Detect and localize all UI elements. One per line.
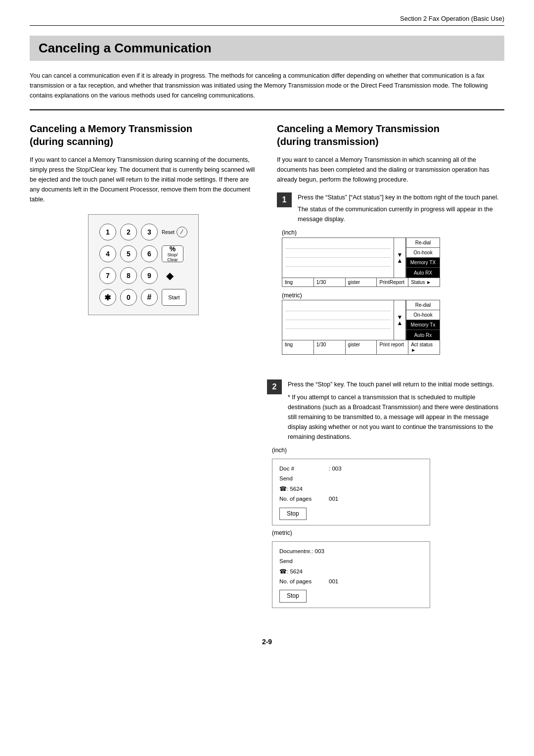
metric-row-4 bbox=[285, 329, 391, 338]
step-1: 1 Press the “Status” [“Act status”] key … bbox=[277, 192, 504, 355]
cell-count-m: 1/30 bbox=[314, 340, 346, 354]
cell-printreport-m[interactable]: Print report bbox=[377, 340, 408, 354]
key-stop-clear: % Stop/Clear bbox=[162, 245, 183, 262]
screen-inch-bottom: ting 1/30 gister PrintReport Status ► bbox=[282, 278, 440, 286]
step-2-note: * If you attempt to cancel a transmissio… bbox=[288, 392, 504, 442]
fax-label-m: ☎: 5624 bbox=[279, 567, 329, 576]
keypad-row-4: ✱ 0 # Start bbox=[99, 289, 187, 306]
metric-label-1: (metric) bbox=[282, 292, 504, 299]
screen-row-1 bbox=[285, 240, 391, 249]
auto-rx-metric-btn[interactable]: Auto Rx bbox=[406, 330, 440, 340]
doc-value: : 003 bbox=[329, 464, 342, 473]
key-2: 2 bbox=[120, 224, 137, 240]
metric-row-2 bbox=[285, 311, 391, 320]
key-hash: # bbox=[141, 289, 158, 306]
doc-label-m: Documentnr.: 003 bbox=[279, 547, 329, 556]
intro-text: You can cancel a communication even if i… bbox=[30, 71, 504, 100]
section-header: Section 2 Fax Operation (Basic Use) bbox=[30, 15, 504, 26]
step-2-number: 2 bbox=[267, 379, 282, 394]
step-2-header: 2 Press the “Stop” key. The touch panel … bbox=[267, 379, 504, 442]
screen-sidebar-metric: Re-dial On-hook Memory Tx Auto Rx bbox=[406, 300, 440, 340]
key-start: Start bbox=[162, 289, 186, 306]
step2-area: 2 Press the “Stop” key. The touch panel … bbox=[30, 379, 504, 618]
pages-label: No. of pages bbox=[279, 494, 329, 503]
right-column: Canceling a Memory Transmission (during … bbox=[277, 122, 504, 365]
step-1-main-text: Press the “Status” [“Act status”] key in… bbox=[298, 192, 504, 202]
page-number: 2-9 bbox=[30, 638, 504, 646]
two-column-layout: Canceling a Memory Transmission (during … bbox=[30, 122, 504, 365]
step2-metric-box: Documentnr.: 003 Send ☎: 5624 No. of pag… bbox=[272, 541, 430, 608]
nav-arrows-inch: ▼ ▲ bbox=[394, 238, 406, 278]
page: Section 2 Fax Operation (Basic Use) Canc… bbox=[0, 0, 534, 756]
step2-inch-label: (inch) bbox=[272, 447, 504, 454]
doc-row: Doc # : 003 bbox=[279, 464, 423, 473]
keypad-diagram: 1 2 3 Reset ∕ 4 5 6 % bbox=[30, 214, 257, 315]
memory-tx-metric-btn[interactable]: Memory Tx bbox=[406, 320, 440, 330]
screen-row-3 bbox=[285, 258, 391, 267]
key-8: 8 bbox=[120, 267, 137, 284]
fax-row: ☎: 5624 bbox=[279, 484, 423, 493]
key-1: 1 bbox=[99, 224, 116, 240]
doc-label: Doc # bbox=[279, 464, 329, 473]
inch-label: (inch) bbox=[282, 229, 504, 236]
right-section-intro: If you want to cancel a Memory Transmiss… bbox=[277, 155, 504, 185]
right-section-title: Canceling a Memory Transmission (during … bbox=[277, 122, 504, 148]
key-9: 9 bbox=[141, 267, 158, 284]
stop-btn-area-m: Stop bbox=[279, 588, 423, 602]
on-hook-btn[interactable]: On-hook bbox=[406, 248, 440, 258]
keypad-row-1: 1 2 3 Reset ∕ bbox=[99, 224, 187, 240]
section-label: Section 2 Fax Operation (Basic Use) bbox=[400, 15, 504, 22]
cell-actstatus-m[interactable]: Act status ► bbox=[408, 340, 440, 354]
step-2-main-text: Press the “Stop” key. The touch panel wi… bbox=[288, 379, 504, 389]
keypad: 1 2 3 Reset ∕ 4 5 6 % bbox=[88, 214, 199, 315]
screen-sidebar-inch: Re-dial On-hook Memory TX Auto RX bbox=[406, 238, 440, 278]
send-label: Send bbox=[279, 474, 329, 483]
re-dial-btn[interactable]: Re-dial bbox=[406, 238, 440, 248]
send-row: Send bbox=[279, 474, 423, 483]
step2-spacer bbox=[30, 379, 267, 618]
cell-printreport[interactable]: PrintReport bbox=[377, 278, 408, 286]
arrow-down-icon: ▲ bbox=[397, 258, 403, 264]
stop-button-metric[interactable]: Stop bbox=[279, 590, 307, 602]
cell-count: 1/30 bbox=[314, 278, 346, 286]
pages-value: 001 bbox=[329, 494, 338, 503]
screen-metric-inner: ▼ ▲ Re-dial On-hook Memory Tx Auto Rx bbox=[282, 300, 440, 340]
step-2: 2 Press the “Stop” key. The touch panel … bbox=[267, 379, 504, 608]
left-section-body: If you want to cancel a Memory Transmiss… bbox=[30, 155, 257, 204]
on-hook-metric-btn[interactable]: On-hook bbox=[406, 310, 440, 320]
nav-arrows-metric: ▼ ▲ bbox=[394, 300, 406, 340]
screen-metric-main bbox=[282, 300, 394, 340]
step-1-number: 1 bbox=[277, 192, 292, 207]
cell-ting: ting bbox=[282, 278, 314, 286]
section-divider bbox=[30, 109, 504, 110]
key-0: 0 bbox=[120, 289, 137, 306]
stop-button-inch[interactable]: Stop bbox=[279, 508, 307, 520]
arrow-down-metric-icon: ▲ bbox=[397, 320, 403, 326]
step-1-text-area: Press the “Status” [“Act status”] key in… bbox=[298, 192, 504, 224]
cell-status[interactable]: Status ► bbox=[408, 278, 440, 286]
send-row-m: Send bbox=[279, 557, 423, 566]
re-dial-metric-btn[interactable]: Re-dial bbox=[406, 300, 440, 310]
memory-tx-btn[interactable]: Memory TX bbox=[406, 258, 440, 268]
send-label-m: Send bbox=[279, 557, 329, 566]
key-4: 4 bbox=[99, 245, 116, 262]
left-section-title: Canceling a Memory Transmission (during … bbox=[30, 122, 257, 148]
metric-row-1 bbox=[285, 302, 391, 311]
cell-register-m: gister bbox=[346, 340, 377, 354]
auto-rx-btn[interactable]: Auto RX bbox=[406, 268, 440, 278]
step-2-text-area: Press the “Stop” key. The touch panel wi… bbox=[288, 379, 504, 442]
key-diamond: ◆ bbox=[162, 267, 178, 284]
screen-metric-bottom: ting 1/30 gister Print report Act status… bbox=[282, 340, 440, 354]
step2-inch-box: Doc # : 003 Send ☎: 5624 No. of pages 00… bbox=[272, 459, 430, 525]
screen-inch-main bbox=[282, 238, 394, 278]
fax-label: ☎: 5624 bbox=[279, 484, 329, 493]
screen-metric: ▼ ▲ Re-dial On-hook Memory Tx Auto Rx bbox=[282, 300, 440, 355]
reset-icon: ∕ bbox=[177, 227, 187, 237]
step2-metric-label: (metric) bbox=[272, 529, 504, 536]
key-3: 3 bbox=[141, 224, 158, 240]
stop-btn-area: Stop bbox=[279, 506, 423, 520]
keypad-row-2: 4 5 6 % Stop/Clear bbox=[99, 245, 187, 262]
step1-screens: (inch) ▼ ▲ bbox=[282, 229, 504, 355]
metric-row-3 bbox=[285, 320, 391, 329]
main-title-box: Canceling a Communication bbox=[30, 36, 504, 61]
